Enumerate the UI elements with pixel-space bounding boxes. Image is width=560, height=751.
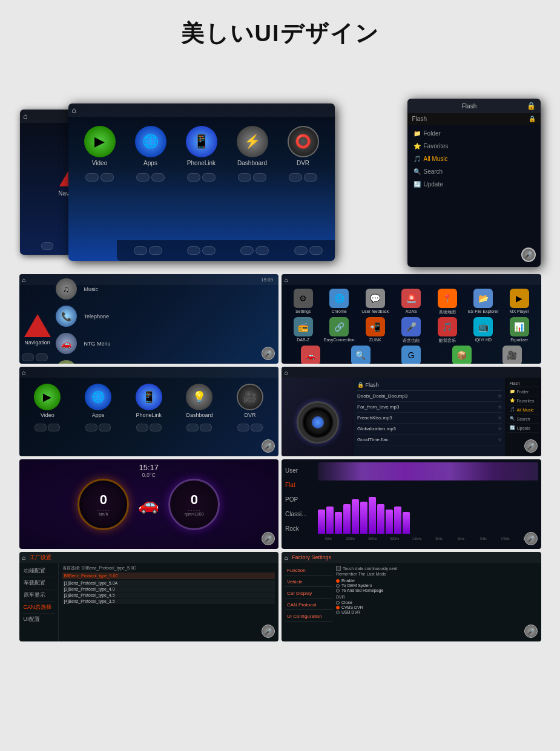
bottom-group-1[interactable] (134, 246, 162, 255)
eq-bar-10[interactable] (394, 507, 401, 534)
eq-bar-5[interactable] (352, 499, 359, 534)
factory-func-item[interactable]: 功能配置 (22, 565, 55, 577)
track-3[interactable]: FrenchKiss.mp3 ☆ (357, 413, 502, 424)
dvr-cvbs-radio[interactable] (336, 606, 340, 609)
hero-sub-dashboard[interactable] (238, 173, 266, 182)
eq-bar-2[interactable] (326, 507, 334, 534)
app-kuwo[interactable]: 🎵 酷我音乐 (430, 317, 464, 344)
app-gaode[interactable]: 📍 高德地图 (430, 289, 464, 315)
eq-bar-1[interactable] (318, 510, 325, 534)
enable-radio[interactable] (336, 579, 340, 583)
app-dabz[interactable]: 📻 DAB-Z (286, 317, 320, 344)
app-settings[interactable]: ⚙ Settings (286, 289, 320, 315)
factory-en-car-display[interactable]: Car Display (285, 589, 333, 599)
oem-radio[interactable] (336, 584, 340, 588)
app-sos[interactable]: 🚗 行车SOS (294, 346, 327, 364)
eq-bar-8[interactable] (377, 504, 384, 534)
eq-bar-11[interactable] (403, 512, 410, 534)
app-dvr[interactable]: 🎥 DVR (495, 346, 529, 364)
app-adas[interactable]: 🚨 ADAS (395, 289, 428, 315)
factory-en-can[interactable]: CAN Protocol (285, 600, 333, 610)
flash-menu-folder[interactable]: 📁 Folder (407, 127, 541, 140)
factory-can-item[interactable]: CAN总选择 (22, 602, 55, 614)
hero-sub-video[interactable] (85, 173, 114, 182)
cell1-mic[interactable]: 🎤 (262, 347, 275, 360)
flash-side-fav[interactable]: ⭐ Favorites (507, 396, 539, 405)
eq-bar-9[interactable] (386, 510, 393, 534)
app-zlink[interactable]: 📲 ZLINK (358, 317, 392, 344)
hero-app-phonelink[interactable]: 📱 PhoneLink (186, 126, 217, 166)
app-feedback[interactable]: 💬 User feedback (358, 289, 392, 315)
vsub-3[interactable] (136, 424, 162, 431)
nav-menu-car[interactable]: 🚗 NTG Menu (56, 333, 274, 354)
factory-en-func[interactable]: Function (285, 566, 333, 576)
app-apkinstaller[interactable]: 📦 APKinstaller (445, 346, 478, 364)
factory-display-item[interactable]: 原车显示 (22, 589, 55, 602)
android-radio[interactable] (336, 589, 340, 592)
side-mic-btn[interactable]: 🎤 (521, 248, 536, 262)
hero-app-dashboard[interactable]: ⚡ Dashboard (237, 126, 268, 166)
factory-vehicle-item[interactable]: 车载配置 (22, 577, 55, 589)
factory-en-oem[interactable]: To OEM System (336, 583, 538, 588)
factory-dvr-close[interactable]: Close (336, 600, 538, 605)
touch-checkbox[interactable] (336, 566, 341, 571)
vsub-1[interactable] (35, 424, 60, 431)
eq-bar-3[interactable] (335, 512, 342, 534)
factory-dvr-cvbs[interactable]: CVBS DVR (336, 605, 538, 609)
hero-sub-dvr[interactable] (289, 173, 317, 182)
eq-preset-flat[interactable]: Flat (285, 479, 311, 491)
cell5-mic[interactable]: 🎤 (262, 532, 275, 545)
dvr-usb-radio[interactable] (336, 611, 340, 614)
hero-app-video[interactable]: ▶ Video (84, 126, 116, 166)
bottom-group-4[interactable] (294, 246, 323, 255)
factory-dvr-usb[interactable]: USB DVR (336, 610, 538, 614)
hero-sub-phonelink[interactable] (187, 173, 216, 182)
factory-opt-2[interactable]: [2]Benz_Protocol_type_4.0 (62, 586, 275, 592)
nav-menu-phone[interactable]: 📞 Telephone (56, 306, 274, 327)
video-app-video[interactable]: ▶ Video (34, 384, 61, 418)
flash-side-search[interactable]: 🔍 Search (507, 415, 539, 424)
dvr-close-radio[interactable] (336, 601, 340, 605)
eq-bar-6[interactable] (360, 502, 367, 534)
cell7-mic[interactable]: 🎤 (262, 625, 275, 638)
track-4[interactable]: Globalization.mp3 ☆ (357, 424, 502, 435)
factory-en-enable[interactable]: Enable (336, 579, 538, 583)
cell4-mic[interactable]: 🎤 (524, 439, 538, 453)
video-app-phonelink[interactable]: 📱 PhoneLink (136, 384, 162, 418)
app-voice-search[interactable]: 🔍 Voice Search (344, 346, 377, 364)
flash-menu-favorites[interactable]: ⭐ Favorites (407, 140, 541, 152)
flash-menu-allmusic[interactable]: 🎵 All Music (407, 152, 541, 165)
eq-preset-classi[interactable]: Classi... (285, 508, 311, 520)
sub-btn-l1[interactable] (22, 353, 34, 361)
vsub-2[interactable] (85, 424, 111, 431)
nav-menu-settings[interactable]: ⚙ Settings (56, 360, 274, 364)
bottom-group-3[interactable] (240, 246, 269, 255)
flash-side-update[interactable]: 🔄 Update (507, 424, 539, 433)
app-equalizer[interactable]: 📊 Equalizer (502, 317, 536, 344)
app-mxplayer[interactable]: ▶ MX Player (502, 289, 536, 315)
nav-menu-music[interactable]: ♫ Music (56, 278, 274, 300)
flash-side-folder[interactable]: 📁 Folder (507, 387, 539, 396)
app-chrome[interactable]: 🌐 Chrome (323, 289, 356, 315)
sub-btn-l2[interactable] (36, 353, 48, 361)
factory-en-ui[interactable]: UI Configuration (285, 612, 333, 621)
eq-bar-4[interactable] (343, 504, 351, 534)
vsub-5[interactable] (237, 424, 263, 431)
track-5[interactable]: GoodTime.flac ☆ (357, 435, 502, 445)
bottom-group-2[interactable] (187, 246, 216, 255)
nav-back-btn[interactable] (41, 242, 53, 250)
track-2[interactable]: Far_from_love.mp3 ☆ (357, 402, 502, 413)
app-iqiyi[interactable]: 📺 iQIYI HD (467, 317, 500, 344)
cell6-mic[interactable]: 🎤 (524, 532, 538, 545)
hero-sub-apps[interactable] (136, 173, 165, 182)
eq-bar-7[interactable] (369, 497, 376, 534)
flash-side-allmusic[interactable]: 🎵 All Music (507, 405, 539, 415)
hero-app-dvr[interactable]: ⭕ DVR (288, 126, 319, 166)
factory-ui-item[interactable]: UI配置 (22, 614, 55, 625)
eq-preset-pop[interactable]: POP (285, 493, 311, 505)
cell8-mic[interactable]: 🎤 (524, 625, 538, 638)
track-1[interactable]: Doobi_Doobi_Doo.mp3 ☆ (357, 391, 502, 402)
vsub-4[interactable] (186, 424, 212, 431)
eq-preset-user[interactable]: User (285, 464, 311, 476)
video-app-dashboard[interactable]: 💡 Dashboard (186, 384, 212, 418)
